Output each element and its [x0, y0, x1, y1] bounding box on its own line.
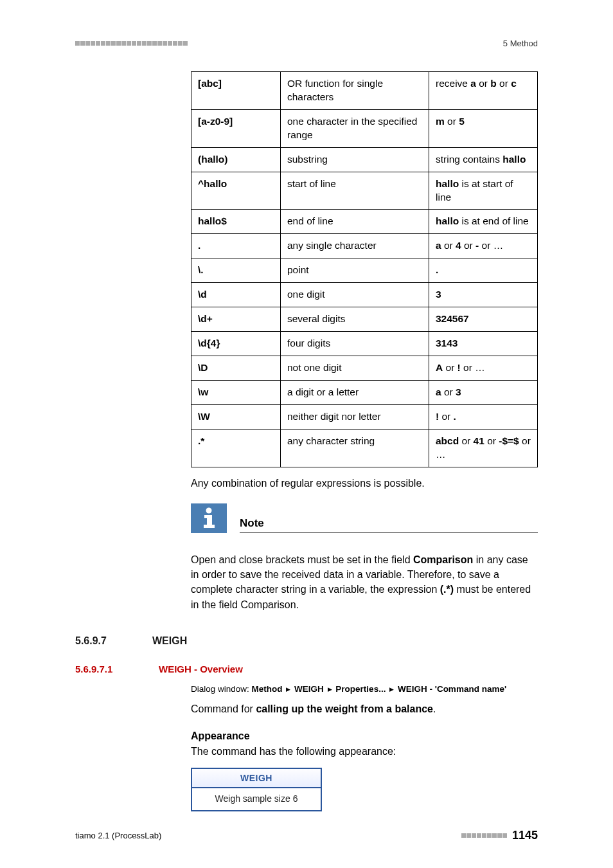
note-body: Open and close brackets must be set in t…: [191, 552, 538, 612]
table-row: [a-z0-9]one character in the specified r…: [191, 109, 538, 147]
table-row: ^hallostart of linehallo is at start of …: [191, 172, 538, 210]
regex-example: abcd or 41 or -$=$ or …: [429, 429, 538, 467]
regex-pattern: \d+: [191, 307, 281, 332]
regex-example: hallo is at start of line: [429, 172, 538, 210]
regex-example: a or 3: [429, 380, 538, 404]
subsection-title: WEIGH - Overview: [159, 664, 243, 674]
regex-example: a or 4 or - or …: [429, 234, 538, 258]
regex-description: substring: [281, 147, 429, 172]
regex-table: [abc]OR function for single charactersre…: [191, 71, 538, 467]
page-footer: tiamo 2.1 (ProcessLab) 1145: [75, 829, 538, 842]
subsection-heading: 5.6.9.7.1 WEIGH - Overview: [75, 664, 538, 674]
table-row: (hallo)substringstring contains hallo: [191, 147, 538, 172]
command-description: Command for calling up the weight from a…: [191, 702, 538, 716]
regex-pattern: .*: [191, 429, 281, 467]
appearance-text: The command has the following appearance…: [191, 746, 538, 757]
appearance-heading: Appearance: [191, 730, 538, 742]
header-section-label: 5 Method: [503, 39, 538, 48]
svg-rect-2: [207, 515, 212, 526]
section-number: 5.6.9.7: [75, 635, 152, 647]
regex-description: one digit: [281, 283, 429, 307]
regex-example: m or 5: [429, 109, 538, 147]
regex-example: hallo is at end of line: [429, 210, 538, 234]
regex-description: point: [281, 258, 429, 283]
regex-example: receive a or b or c: [429, 72, 538, 110]
regex-pattern: \d: [191, 283, 281, 307]
after-table-text: Any combination of regular expressions i…: [191, 476, 538, 491]
dialog-window-path: Dialog window: Method ▶ WEIGH ▶ Properti…: [191, 683, 538, 696]
regex-description: any character string: [281, 429, 429, 467]
table-row: \.point.: [191, 258, 538, 283]
regex-description: one character in the specified range: [281, 109, 429, 147]
svg-point-0: [206, 507, 212, 513]
table-row: \d+several digits324567: [191, 307, 538, 332]
regex-description: not one digit: [281, 356, 429, 380]
weigh-box-body: Weigh sample size 6: [192, 788, 321, 810]
svg-rect-3: [204, 525, 215, 528]
regex-description: end of line: [281, 210, 429, 234]
table-row: \Dnot one digitA or ! or …: [191, 356, 538, 380]
table-row: .*any character stringabcd or 41 or -$=$…: [191, 429, 538, 467]
note-block: Note Open and close brackets must be set…: [191, 503, 538, 612]
regex-example: 3143: [429, 332, 538, 356]
regex-description: a digit or a letter: [281, 380, 429, 404]
regex-pattern: [abc]: [191, 72, 281, 110]
regex-example: A or ! or …: [429, 356, 538, 380]
weigh-command-box: WEIGH Weigh sample size 6: [191, 768, 322, 811]
page-header: 5 Method: [75, 39, 538, 48]
regex-example: .: [429, 258, 538, 283]
footer-left: tiamo 2.1 (ProcessLab): [75, 831, 161, 840]
regex-pattern: \W: [191, 404, 281, 429]
table-row: hallo$end of linehallo is at end of line: [191, 210, 538, 234]
table-row: \d{4}four digits3143: [191, 332, 538, 356]
regex-example: ! or .: [429, 404, 538, 429]
regex-example: 324567: [429, 307, 538, 332]
table-row: \wa digit or a lettera or 3: [191, 380, 538, 404]
table-row: .any single charactera or 4 or - or …: [191, 234, 538, 258]
regex-example: 3: [429, 283, 538, 307]
header-ornament: [75, 41, 188, 46]
section-title: WEIGH: [152, 635, 187, 647]
regex-description: OR function for single characters: [281, 72, 429, 110]
regex-example: string contains hallo: [429, 147, 538, 172]
regex-pattern: hallo$: [191, 210, 281, 234]
note-title: Note: [240, 517, 538, 533]
section-heading: 5.6.9.7 WEIGH: [75, 635, 538, 647]
regex-description: four digits: [281, 332, 429, 356]
table-row: \Wneither digit nor letter! or .: [191, 404, 538, 429]
weigh-box-header: WEIGH: [192, 769, 321, 788]
regex-description: start of line: [281, 172, 429, 210]
regex-description: neither digit nor letter: [281, 404, 429, 429]
regex-pattern: (hallo): [191, 147, 281, 172]
table-row: [abc]OR function for single charactersre…: [191, 72, 538, 110]
regex-pattern: \d{4}: [191, 332, 281, 356]
regex-pattern: .: [191, 234, 281, 258]
table-row: \done digit3: [191, 283, 538, 307]
regex-pattern: [a-z0-9]: [191, 109, 281, 147]
regex-pattern: \.: [191, 258, 281, 283]
regex-description: any single character: [281, 234, 429, 258]
regex-pattern: \D: [191, 356, 281, 380]
page-number: 1145: [512, 829, 538, 842]
info-icon: [191, 503, 227, 533]
regex-pattern: ^hallo: [191, 172, 281, 210]
subsection-number: 5.6.9.7.1: [75, 664, 159, 674]
footer-ornament: [461, 833, 507, 838]
regex-pattern: \w: [191, 380, 281, 404]
regex-description: several digits: [281, 307, 429, 332]
